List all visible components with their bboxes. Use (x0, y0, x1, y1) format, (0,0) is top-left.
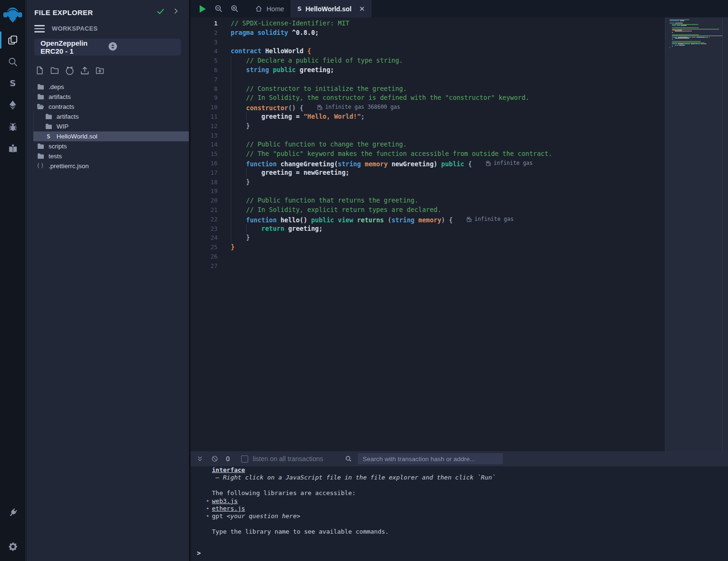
file-tree: .depsartifactscontractsartifactsWIPSHell… (26, 82, 189, 171)
code-line-3[interactable]: 3 (191, 38, 665, 47)
plugin-manager-icon[interactable] (0, 502, 26, 523)
tab-home[interactable]: Home (248, 0, 291, 17)
folder-icon (37, 153, 44, 159)
code-line-16[interactable]: 16 function changeGreeting(string memory… (191, 159, 665, 168)
gas-estimate-badge: infinite gas 368600 gas (317, 103, 400, 112)
debugger-icon[interactable] (0, 116, 26, 138)
remix-logo-icon (0, 1, 26, 29)
code-line-8[interactable]: 8 // Constructor to initialize the greet… (191, 84, 665, 94)
tree-item-wip[interactable]: WIP (33, 122, 189, 131)
workspace-stepper-icon[interactable] (108, 42, 176, 52)
file-actions-toolbar (34, 65, 181, 76)
tree-item--prettierrc-json[interactable]: ().prettierrc.json (30, 161, 189, 171)
code-line-24[interactable]: 24 } (191, 233, 665, 243)
line-number: 23 (191, 224, 218, 234)
clone-github-icon[interactable] (65, 65, 75, 76)
collapse-terminal-icon[interactable] (196, 455, 203, 463)
scrollbar-track[interactable] (722, 17, 723, 451)
editor-column: Home S HelloWorld.sol ✕ 1// SPDX-License… (191, 0, 728, 561)
deploy-run-icon[interactable] (0, 94, 26, 116)
svg-text:S: S (9, 78, 16, 88)
line-number: 11 (191, 112, 218, 122)
line-number: 18 (191, 178, 218, 187)
code-line-14[interactable]: 14 // Public function to change the gree… (191, 140, 665, 149)
terminal-line-clipped: interface (212, 466, 728, 474)
line-number: 6 (191, 65, 218, 75)
settings-icon[interactable] (0, 536, 26, 557)
close-tab-icon[interactable]: ✕ (359, 5, 365, 13)
code-line-9[interactable]: 9 // In Solidity, the constructor is def… (191, 93, 665, 103)
search-icon[interactable] (0, 51, 26, 73)
zoom-out-icon[interactable] (210, 0, 226, 17)
code-line-2[interactable]: 2pragma solidity ^0.8.0; (191, 28, 665, 38)
terminal-search-input[interactable] (358, 453, 503, 464)
tree-item-contracts[interactable]: contracts (30, 102, 189, 112)
solidity-compiler-icon[interactable]: S (0, 73, 26, 94)
code-line-26[interactable]: 26 (191, 252, 665, 261)
code-line-10[interactable]: 10 constructor() {infinite gas 368600 ga… (191, 103, 665, 112)
tab-helloworld-sol[interactable]: S HelloWorld.sol ✕ (291, 0, 372, 17)
tree-item-artifacts[interactable]: artifacts (30, 92, 189, 102)
transaction-count: 0 (226, 455, 230, 463)
code-line-21[interactable]: 21 // In Solidity, explicit return types… (191, 205, 665, 215)
terminal-link-web3-js: web3.js (212, 497, 728, 505)
workspaces-label: WORKSPACES (52, 25, 98, 32)
line-number: 1 (191, 19, 218, 28)
code-line-15[interactable]: 15 // The "public" keyword makes the fun… (191, 149, 665, 159)
workspaces-row: WORKSPACES (26, 21, 189, 33)
remix-ide-window: S FILE EXPLORER WORKSPACES OpenZeppelin … (0, 0, 728, 561)
file-explorer-header: FILE EXPLORER (26, 0, 189, 21)
new-file-icon[interactable] (34, 65, 45, 76)
terminal-lines: interface – Right click on a JavaScript … (212, 466, 728, 536)
listen-transactions-checkbox[interactable] (241, 455, 248, 463)
minimap[interactable] (670, 19, 721, 50)
clear-console-icon[interactable] (211, 455, 218, 463)
code-line-20[interactable]: 20 // Public function that returns the g… (191, 196, 665, 205)
terminal-prompt[interactable]: > (197, 549, 201, 557)
workspace-select[interactable]: OpenZeppelin ERC20 - 1 (34, 39, 181, 56)
line-number: 26 (191, 252, 218, 261)
file-explorer-icon[interactable] (0, 29, 26, 51)
indent-guide (246, 168, 247, 178)
tree-item-helloworld-sol[interactable]: SHelloWorld.sol (33, 131, 189, 141)
tree-item-tests[interactable]: tests (30, 151, 189, 161)
terminal-output[interactable]: interface – Right click on a JavaScript … (191, 466, 728, 561)
tree-item-artifacts[interactable]: artifacts (33, 112, 189, 122)
code-line-11[interactable]: 11 greeting = "Hello, World!"; (191, 112, 665, 122)
terminal-blank-line (212, 482, 728, 489)
terminal-line: The following libraries are accessible: (212, 489, 728, 497)
run-button[interactable] (194, 0, 210, 17)
upload-file-icon[interactable] (80, 65, 90, 76)
code-line-23[interactable]: 23 return greeting; (191, 224, 665, 234)
code-line-25[interactable]: 25} (191, 243, 665, 252)
chevron-right-icon[interactable] (172, 8, 179, 17)
line-number: 5 (191, 56, 218, 65)
code-line-27[interactable]: 27 (191, 261, 665, 271)
code-line-5[interactable]: 5 // Declare a public field of type stri… (191, 56, 665, 65)
code-line-22[interactable]: 22 function hello() public view returns … (191, 215, 665, 224)
code-line-4[interactable]: 4contract HelloWorld { (191, 47, 665, 56)
solidity-file-icon: S (297, 5, 301, 12)
zoom-in-icon[interactable] (226, 0, 243, 17)
code-line-1[interactable]: 1// SPDX-License-Identifier: MIT (191, 19, 665, 28)
learn-icon[interactable] (0, 138, 26, 159)
tree-item-scripts[interactable]: scripts (30, 141, 189, 151)
code-line-7[interactable]: 7 (191, 75, 665, 84)
code-line-19[interactable]: 19 (191, 187, 665, 196)
code-line-17[interactable]: 17 greeting = newGreeting; (191, 168, 665, 178)
line-number: 4 (191, 47, 218, 56)
code-line-18[interactable]: 18 } (191, 178, 665, 187)
terminal-blank-line (212, 520, 728, 528)
new-folder-icon[interactable] (49, 65, 60, 76)
workspaces-menu-icon[interactable] (34, 25, 45, 33)
line-number: 14 (191, 140, 218, 149)
code-line-13[interactable]: 13 (191, 131, 665, 140)
code-line-12[interactable]: 12 } (191, 122, 665, 131)
tree-item-label: HelloWorld.sol (57, 133, 97, 140)
code-editor[interactable]: 1// SPDX-License-Identifier: MIT2pragma … (191, 17, 665, 451)
line-number: 3 (191, 38, 218, 47)
tree-item-label: scripts (49, 143, 67, 150)
code-line-6[interactable]: 6 string public greeting; (191, 65, 665, 75)
upload-folder-icon[interactable] (95, 65, 105, 76)
tree-item--deps[interactable]: .deps (30, 82, 189, 92)
